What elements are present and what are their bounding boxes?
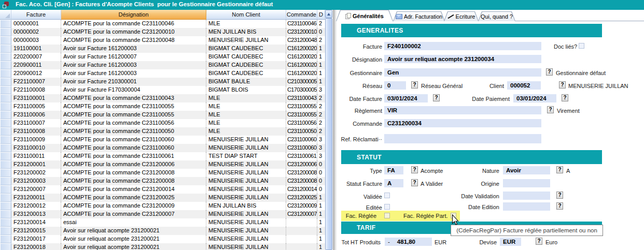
field-date-edition[interactable] [503, 202, 550, 211]
field-statut-facture[interactable]: A [384, 179, 403, 187]
table-row[interactable]: F231200007 ACOMPTE pour la commande C231… [0, 185, 325, 194]
row-selector-cell[interactable] [0, 94, 11, 102]
field-tot-ht-produits[interactable]: -481,80 [385, 238, 432, 246]
table-row[interactable]: 220900012 Avoir sur Facture 161200003 BI… [0, 69, 325, 78]
row-selector-cell[interactable] [0, 111, 11, 119]
help-button-client[interactable]: ? [559, 81, 566, 89]
table-row[interactable]: F231200015 Avoir sur reliquat acompte 23… [0, 227, 325, 235]
help-button-nature[interactable]: ? [556, 166, 563, 173]
help-button-devise[interactable]: ? [536, 238, 542, 245]
field-reglement[interactable]: VIR [384, 106, 541, 114]
help-button-type[interactable]: ? [411, 166, 418, 173]
tab-generalites[interactable]: Généralités [337, 10, 393, 21]
table-row[interactable]: F231100009 ACOMPTE pour la commande C231… [0, 136, 325, 144]
help-button-statut-facture[interactable]: ? [411, 179, 418, 186]
field-designation[interactable]: Avoir sur reliquat acompte 231200034 [384, 55, 541, 63]
table-row[interactable]: F231200013 ACOMPTE pour la commande C231… [0, 210, 325, 218]
table-row[interactable]: F231100011 ACOMPTE pour la commande C231… [0, 152, 325, 160]
row-selector-cell[interactable] [0, 218, 11, 227]
row-selector-cell[interactable] [0, 61, 11, 69]
field-commande[interactable]: C231200034 [384, 119, 541, 127]
tab-ecriture[interactable]: Ecriture [444, 12, 478, 21]
row-selector-cell[interactable] [0, 69, 11, 78]
field-gestionnaire[interactable]: Gen [384, 68, 541, 77]
table-row[interactable]: F231200011 ACOMPTE pour la commande C231… [0, 194, 325, 202]
field-ref-reclamation[interactable] [384, 134, 541, 143]
column-header-commande[interactable]: Commande [286, 10, 317, 20]
help-button-date-validation[interactable]: ? [556, 192, 563, 199]
column-header-nom-client[interactable]: Nom Client [206, 10, 286, 20]
row-selector-cell[interactable] [0, 127, 11, 136]
row-selector-cell[interactable] [0, 86, 11, 94]
row-selector-cell[interactable] [0, 243, 11, 250]
table-scrollbar[interactable] [325, 10, 332, 250]
table-row[interactable]: F231200003 ACOMPTE pour la commande C231… [0, 177, 325, 185]
row-selector-cell[interactable] [0, 102, 11, 111]
table-row[interactable]: F231200014 essai MENUISERIE JUILLAN 1 [0, 218, 325, 227]
table-row[interactable]: 00000001 ACOMPTE pour la commande C23110… [0, 20, 325, 28]
table-row[interactable]: 191100001 Avoir sur Facture 161200003 BI… [0, 45, 325, 53]
column-header-d[interactable]: D [317, 10, 325, 20]
table-row[interactable]: F231200002 ACOMPTE pour la commande C231… [0, 169, 325, 177]
table-row[interactable]: 220200007 Avoir sur Facture 161200007 BI… [0, 53, 325, 61]
help-button-date-paiement[interactable]: ? [562, 94, 568, 101]
table-row[interactable]: F231200001 ACOMPTE pour la commande C231… [0, 160, 325, 169]
row-selector-cell[interactable] [0, 235, 11, 243]
checkbox-validee[interactable] [384, 193, 390, 198]
scrollbar-thumb[interactable] [325, 18, 332, 250]
row-selector-cell[interactable] [0, 152, 11, 160]
help-button-reglement[interactable]: ? [547, 106, 554, 113]
tab-adr-facturation[interactable]: Adr. Facturation [394, 12, 444, 21]
column-header-facture[interactable]: Facture [11, 10, 61, 20]
table-row[interactable]: 220900011 Avoir sur Facture 161200003 BI… [0, 61, 325, 69]
row-selector-cell[interactable] [0, 202, 11, 210]
table-row[interactable]: F231200012 ACOMPTE pour la commande C231… [0, 202, 325, 210]
tab-qui-quand[interactable]: Qui, quand ? [479, 12, 515, 21]
checkbox-editee[interactable] [384, 204, 390, 210]
table-row[interactable]: F231100008 ACOMPTE pour la commande C231… [0, 127, 325, 136]
table-corner-cell[interactable] [0, 10, 11, 20]
row-selector-cell[interactable] [0, 45, 11, 53]
table-row[interactable]: F231100010 ACOMPTE pour la commande C231… [0, 144, 325, 152]
row-selector-cell[interactable] [0, 119, 11, 127]
scrollbar-up-arrow[interactable] [325, 10, 332, 18]
table-row[interactable]: F231100005 ACOMPTE pour la commande C231… [0, 102, 325, 111]
table-row[interactable]: F231100001 ACOMPTE pour la commande C231… [0, 94, 325, 102]
checkbox-doc-lies[interactable] [579, 43, 584, 49]
row-selector-cell[interactable] [0, 185, 11, 194]
field-client[interactable]: 000052 [507, 81, 541, 90]
row-selector-cell[interactable] [0, 20, 11, 28]
row-selector-cell[interactable] [0, 194, 11, 202]
row-selector-cell[interactable] [0, 28, 11, 36]
row-selector-cell[interactable] [0, 78, 11, 86]
field-date-facture[interactable]: 03/01/2024 [384, 94, 428, 102]
column-header-designation[interactable]: Désignation [61, 10, 206, 20]
row-selector-cell[interactable] [0, 136, 11, 144]
table-row[interactable]: F231100007 ACOMPTE pour la commande C231… [0, 119, 325, 127]
table-row[interactable]: F221100008 Avoir sur Facture F170300004 … [0, 86, 325, 94]
field-nature[interactable]: Avoir [503, 166, 550, 174]
row-selector-cell[interactable] [0, 53, 11, 61]
field-origine[interactable] [503, 179, 550, 187]
table-row[interactable]: F221100007 Avoir sur Facture 210300001 B… [0, 78, 325, 86]
table-row[interactable]: F231200018 Avoir sur reliquat acompte 23… [0, 243, 325, 250]
row-selector-cell[interactable] [0, 227, 11, 235]
table-row[interactable]: 00000002 ACOMPTE pour la commande C23120… [0, 28, 325, 36]
field-devise[interactable]: EUR [500, 238, 521, 246]
field-date-paiement[interactable]: 03/01/2024 [513, 94, 556, 102]
table-row[interactable]: F231100006 ACOMPTE pour la commande C231… [0, 111, 325, 119]
row-selector-cell[interactable] [0, 169, 11, 177]
table-row[interactable]: F231200017 Avoir sur reliquat acompte 23… [0, 235, 325, 243]
row-selector-cell[interactable] [0, 144, 11, 152]
help-button-gestionnaire[interactable]: ? [546, 68, 553, 76]
field-date-validation[interactable] [503, 192, 550, 200]
table-row[interactable]: 00000003 ACOMPTE pour la commande C23120… [0, 36, 325, 45]
row-selector-cell[interactable] [0, 36, 11, 45]
help-button-date-edition[interactable]: ? [556, 202, 563, 210]
help-button-reseau[interactable]: ? [411, 81, 418, 89]
field-type[interactable]: FA [384, 166, 403, 174]
row-selector-cell[interactable] [0, 177, 11, 185]
help-button-date-facture[interactable]: ? [433, 94, 440, 101]
field-facture[interactable]: F240100002 [384, 42, 541, 50]
checkbox-fac-reglee[interactable] [384, 213, 390, 218]
